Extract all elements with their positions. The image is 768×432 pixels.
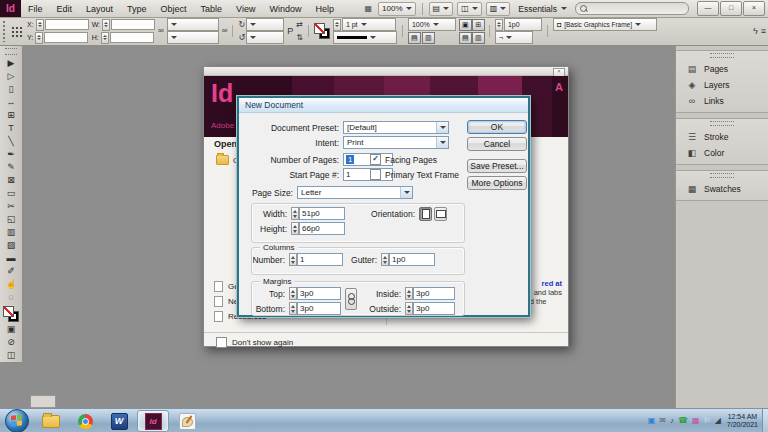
taskbar-indesign-button[interactable]: Id <box>137 410 169 432</box>
panel-color[interactable]: ◧Color <box>676 145 768 161</box>
orientation-landscape-button[interactable] <box>434 207 447 221</box>
constrain-scale-icon[interactable]: ∞ <box>222 26 228 36</box>
start-button[interactable] <box>5 409 29 432</box>
toolbox-fill-stroke[interactable] <box>3 306 19 322</box>
panel-stroke[interactable]: ☰Stroke <box>676 129 768 145</box>
constrain-dimensions-icon[interactable]: ∞ <box>158 26 164 36</box>
menu-edit[interactable]: Edit <box>50 4 80 14</box>
wrap-bounding-button[interactable]: ⊞ <box>472 19 485 31</box>
control-panel-menu-icon[interactable]: ≡ <box>761 26 766 36</box>
menu-help[interactable]: Help <box>308 4 341 14</box>
screen-mode-dropdown[interactable]: ◫ <box>457 2 482 16</box>
margin-inside-stepper[interactable] <box>405 287 413 300</box>
selection-tool-icon[interactable]: ▶ <box>2 57 20 70</box>
document-preset-dropdown[interactable]: [Default] <box>343 121 449 134</box>
quick-apply-icon[interactable]: ϟ <box>753 26 758 36</box>
tray-action-center-icon[interactable]: ⚐ <box>704 417 711 425</box>
effects-button[interactable]: ▥ <box>422 32 435 44</box>
fill-swatch-none-icon[interactable] <box>314 23 325 34</box>
eyedropper-tool-icon[interactable]: ✐ <box>2 265 20 278</box>
zoom-level-dropdown[interactable]: 100% <box>378 2 415 16</box>
x-stepper[interactable] <box>36 19 44 31</box>
stroke-type-dropdown[interactable] <box>333 31 397 44</box>
fill-none-swatch-icon[interactable] <box>3 306 14 317</box>
view-mode-icon[interactable]: ◫ <box>2 349 20 362</box>
intent-dropdown[interactable]: Print <box>343 136 449 149</box>
margin-bottom-stepper[interactable] <box>289 302 297 315</box>
tray-network-icon[interactable]: ◢ <box>715 417 721 425</box>
corner-radius-field[interactable]: 1p0 <box>504 18 542 31</box>
facing-pages-checkbox[interactable]: ✓ Facing Pages <box>370 154 437 165</box>
gradient-swatch-tool-icon[interactable]: ▥ <box>2 226 20 239</box>
bridge-button[interactable]: ▦ <box>363 4 375 13</box>
stroke-weight-dropdown[interactable]: 1 pt <box>342 18 396 31</box>
panel-drag-handle[interactable] <box>710 53 734 58</box>
width-input[interactable]: 51p0 <box>299 207 345 220</box>
flip-horizontal-icon[interactable]: ⇄ <box>296 20 303 30</box>
panel-swatches[interactable]: ▦Swatches <box>676 181 768 197</box>
note-tool-icon[interactable]: ▬ <box>2 252 20 265</box>
make-margins-same-button[interactable] <box>345 288 357 310</box>
w-input[interactable] <box>111 19 155 30</box>
tray-app-icon[interactable]: ▣ <box>648 417 656 425</box>
view-options-dropdown[interactable]: ▤ <box>429 2 454 16</box>
type-tool-icon[interactable]: T <box>2 122 20 135</box>
menu-object[interactable]: Object <box>154 4 194 14</box>
width-stepper[interactable] <box>291 207 299 220</box>
ok-button[interactable]: OK <box>467 120 527 134</box>
dont-show-checkbox[interactable] <box>216 337 227 348</box>
show-desktop-button[interactable] <box>762 409 768 432</box>
apply-none-icon[interactable]: ⊘ <box>2 336 20 349</box>
cancel-button[interactable]: Cancel <box>467 137 527 151</box>
height-stepper[interactable] <box>291 222 299 235</box>
object-style-dropdown[interactable]: ◘[Basic Graphics Frame] <box>553 18 657 31</box>
columns-number-input[interactable]: 1 <box>297 253 343 266</box>
page-tool-icon[interactable]: ▯ <box>2 83 20 96</box>
margin-bottom-input[interactable]: 3p0 <box>297 302 341 315</box>
y-input[interactable] <box>44 32 88 43</box>
w-stepper[interactable] <box>102 19 110 31</box>
stroke-weight-stepper[interactable] <box>333 19 341 31</box>
menu-file[interactable]: File <box>21 4 50 14</box>
arrange-documents-dropdown[interactable]: ▥ <box>486 2 511 16</box>
minimize-button[interactable]: — <box>697 1 719 16</box>
panel-drag-handle[interactable] <box>710 173 734 178</box>
free-transform-tool-icon[interactable]: ◱ <box>2 213 20 226</box>
x-input[interactable] <box>45 19 89 30</box>
menu-view[interactable]: View <box>229 4 262 14</box>
control-bar-drag-handle[interactable] <box>2 20 6 42</box>
rotate-cw-icon[interactable]: ↻ <box>238 20 245 30</box>
gap-tool-icon[interactable]: ↔ <box>2 96 20 109</box>
gradient-feather-tool-icon[interactable]: ▨ <box>2 239 20 252</box>
panel-drag-handle[interactable] <box>710 121 734 126</box>
toolbox-drag-handle[interactable] <box>5 48 17 55</box>
primary-text-frame-checkbox[interactable]: Primary Text Frame <box>370 169 459 180</box>
margin-top-stepper[interactable] <box>289 287 297 300</box>
wrap-none-button[interactable]: ▣ <box>459 19 472 31</box>
save-preset-button[interactable]: Save Preset... <box>467 159 527 173</box>
columns-number-stepper[interactable] <box>289 253 297 266</box>
pencil-tool-icon[interactable]: ✎ <box>2 161 20 174</box>
panel-layers[interactable]: ◈Layers <box>676 77 768 93</box>
taskbar-explorer-button[interactable] <box>35 410 67 432</box>
hand-tool-icon[interactable]: ☝ <box>2 278 20 291</box>
h-stepper[interactable] <box>101 32 109 44</box>
frame-tool-icon[interactable]: ⊠ <box>2 174 20 187</box>
pen-tool-icon[interactable]: ✒ <box>2 148 20 161</box>
h-input[interactable] <box>110 32 154 43</box>
rotation-angle-dropdown[interactable] <box>246 18 284 31</box>
reference-point-grid[interactable] <box>11 26 22 37</box>
workspace-switcher[interactable]: Essentials <box>514 4 571 14</box>
tray-volume-icon[interactable]: ♪ <box>670 417 674 425</box>
orientation-portrait-button[interactable] <box>419 207 432 221</box>
scissors-tool-icon[interactable]: ✂ <box>2 200 20 213</box>
scale-y-dropdown[interactable] <box>167 31 219 44</box>
menu-layout[interactable]: Layout <box>79 4 120 14</box>
content-collector-tool-icon[interactable]: ⊞ <box>2 109 20 122</box>
scale-x-dropdown[interactable] <box>167 18 219 31</box>
page-size-dropdown[interactable]: Letter <box>297 186 413 199</box>
taskbar-chrome-button[interactable] <box>69 410 101 432</box>
panel-links[interactable]: ∞Links <box>676 93 768 109</box>
corner-style-dropdown[interactable]: ¬ <box>495 31 533 44</box>
gutter-input[interactable]: 1p0 <box>389 253 435 266</box>
